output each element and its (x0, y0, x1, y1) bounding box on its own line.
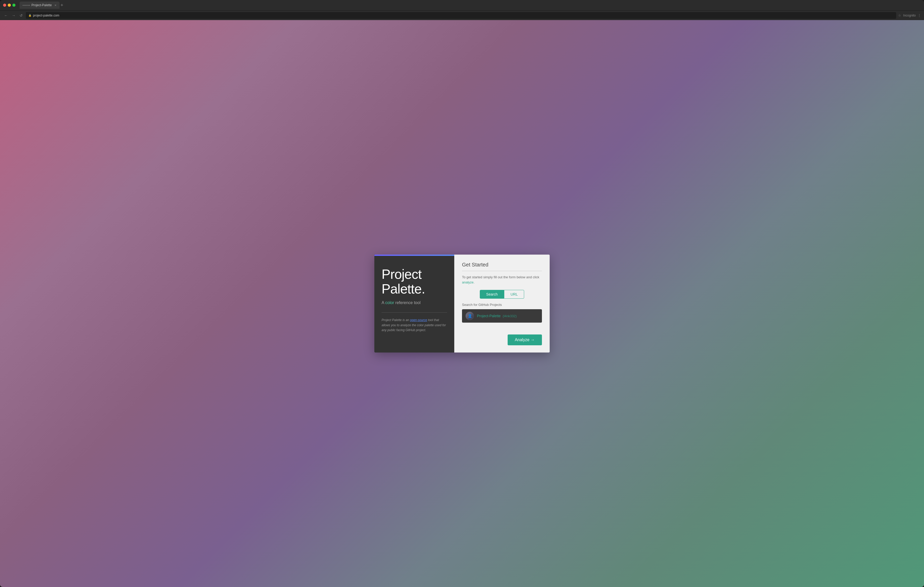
desc-prefix: To get started simply fill out the form … (462, 275, 540, 279)
nav-actions: ☆ Incognito ⋮ (898, 14, 921, 17)
subtitle-highlight: color (385, 301, 394, 305)
tab-bar: Project-Palette ✕ + (20, 2, 921, 9)
close-button[interactable] (3, 3, 6, 7)
forward-button[interactable]: → (11, 12, 16, 18)
project-title: Project Palette. (381, 267, 447, 296)
bookmark-icon[interactable]: ☆ (898, 14, 901, 17)
address-bar[interactable]: 🔒 project-palette.com (26, 12, 896, 19)
subtitle-suffix: reference tool (394, 301, 421, 305)
browser-titlebar: Project-Palette ✕ + (0, 0, 924, 10)
traffic-lights (3, 3, 15, 7)
analyze-button[interactable]: Analyze → (508, 334, 542, 345)
new-tab-button[interactable]: + (61, 3, 63, 7)
tab-search-button[interactable]: Search (480, 290, 504, 299)
open-source-link[interactable]: open-source (410, 318, 427, 322)
tab-favicon (23, 5, 30, 6)
repo-info: Project-Palette (l4nk332) (477, 314, 516, 318)
search-result-item[interactable]: 👤 Project-Palette (l4nk332) (462, 309, 542, 322)
minimize-button[interactable] (8, 3, 11, 7)
tab-buttons: Search URL (480, 290, 524, 299)
active-tab[interactable]: Project-Palette ✕ (20, 2, 59, 9)
project-description: Project Palette is an open-source tool t… (381, 318, 447, 333)
description-text: To get started simply fill out the form … (462, 275, 542, 285)
subtitle-prefix: A (381, 301, 385, 305)
desc-period: . (474, 280, 475, 284)
get-started-heading: Get Started (462, 262, 542, 268)
repo-name: Project-Palette (477, 314, 501, 318)
repo-avatar: 👤 (465, 312, 474, 320)
menu-icon[interactable]: ⋮ (918, 14, 921, 17)
back-button[interactable]: ← (3, 12, 9, 18)
left-panel: Project Palette. A color reference tool … (375, 255, 454, 352)
page-content: Project Palette. A color reference tool … (0, 20, 924, 587)
tab-url-button[interactable]: URL (504, 290, 524, 299)
tab-close-icon[interactable]: ✕ (54, 4, 56, 7)
repo-id: (l4nk332) (503, 314, 516, 318)
search-label: Search for GitHub Projects (462, 303, 542, 307)
avatar-image: 👤 (465, 312, 474, 320)
reload-button[interactable]: ↺ (18, 12, 24, 18)
browser-window: Project-Palette ✕ + ← → ↺ 🔒 project-pale… (0, 0, 924, 587)
incognito-label: Incognito (903, 14, 916, 17)
right-panel: Get Started To get started simply fill o… (454, 255, 549, 352)
lock-icon: 🔒 (28, 14, 31, 17)
title-line1: Project (381, 267, 447, 282)
browser-navbar: ← → ↺ 🔒 project-palette.com ☆ Incognito … (0, 10, 924, 20)
desc-prefix: Project Palette is an (381, 318, 410, 322)
project-subtitle: A color reference tool (381, 301, 447, 305)
title-line2: Palette. (381, 282, 447, 296)
maximize-button[interactable] (12, 3, 15, 7)
analyze-text-link: analyze (462, 280, 474, 284)
tab-title: Project-Palette (31, 3, 52, 7)
url-text: project-palette.com (33, 14, 59, 17)
main-card: Project Palette. A color reference tool … (375, 255, 549, 352)
section-divider (462, 271, 542, 271)
accent-bar (375, 255, 454, 256)
